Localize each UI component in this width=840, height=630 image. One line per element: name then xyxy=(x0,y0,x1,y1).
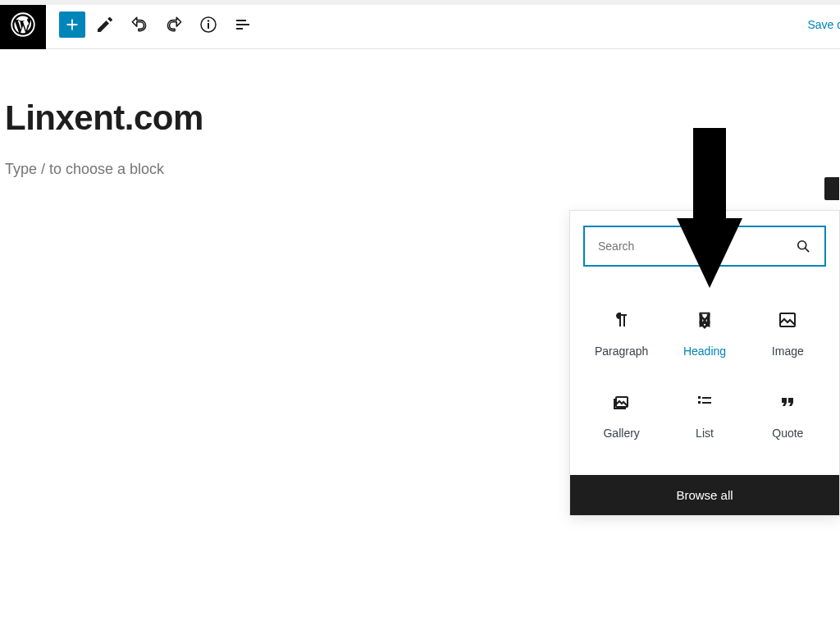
add-block-button[interactable] xyxy=(59,11,85,38)
info-button[interactable] xyxy=(194,10,223,39)
paragraph-icon xyxy=(612,307,632,333)
undo-button[interactable] xyxy=(125,10,154,39)
search-input[interactable] xyxy=(598,240,795,253)
redo-button[interactable] xyxy=(159,10,189,39)
svg-rect-2 xyxy=(208,23,209,29)
post-title[interactable]: Linxent.com xyxy=(5,98,840,138)
block-item-list[interactable]: List xyxy=(663,373,746,455)
search-container xyxy=(570,211,839,275)
block-grid: Paragraph Heading xyxy=(570,275,839,475)
svg-point-3 xyxy=(208,20,209,21)
image-icon xyxy=(778,307,797,333)
pencil-icon xyxy=(95,15,115,34)
editor-content: Linxent.com Type / to choose a block xyxy=(0,49,840,178)
block-item-paragraph[interactable]: Paragraph xyxy=(580,291,663,373)
block-label: Paragraph xyxy=(595,345,648,358)
list-icon xyxy=(695,389,714,415)
svg-rect-9 xyxy=(702,397,711,399)
block-label: Image xyxy=(772,345,804,358)
top-strip xyxy=(0,0,840,5)
plus-icon xyxy=(63,16,81,34)
svg-rect-10 xyxy=(698,401,701,404)
toolbar: Save d xyxy=(0,0,840,49)
edit-button[interactable] xyxy=(90,10,120,39)
block-item-image[interactable]: Image xyxy=(746,291,829,373)
browse-all-button[interactable]: Browse all xyxy=(570,475,839,515)
block-label: Heading xyxy=(683,345,726,358)
search-box xyxy=(583,226,826,267)
block-item-quote[interactable]: Quote xyxy=(746,373,829,455)
info-icon xyxy=(199,15,218,34)
svg-rect-11 xyxy=(702,402,711,404)
block-label: Gallery xyxy=(603,427,639,440)
quote-icon xyxy=(778,389,797,415)
svg-rect-13 xyxy=(702,405,711,407)
wordpress-icon xyxy=(11,12,35,37)
block-inserter-panel: Paragraph Heading xyxy=(569,210,840,516)
svg-rect-12 xyxy=(698,406,701,409)
block-end-indicator[interactable] xyxy=(824,177,839,200)
list-view-icon xyxy=(233,15,253,34)
block-label: Quote xyxy=(772,427,803,440)
wordpress-logo[interactable] xyxy=(0,0,46,49)
outline-button[interactable] xyxy=(228,10,258,39)
block-placeholder[interactable]: Type / to choose a block xyxy=(5,161,840,178)
block-item-gallery[interactable]: Gallery xyxy=(580,373,663,455)
undo-icon xyxy=(129,14,150,35)
search-icon xyxy=(795,238,811,254)
block-item-heading[interactable]: Heading xyxy=(663,291,746,373)
gallery-icon xyxy=(612,389,632,415)
block-label: List xyxy=(696,427,714,440)
svg-rect-8 xyxy=(698,396,701,399)
save-draft-button[interactable]: Save d xyxy=(807,18,840,31)
redo-icon xyxy=(163,14,185,35)
heading-icon xyxy=(696,307,714,333)
toolbar-buttons xyxy=(46,10,258,39)
